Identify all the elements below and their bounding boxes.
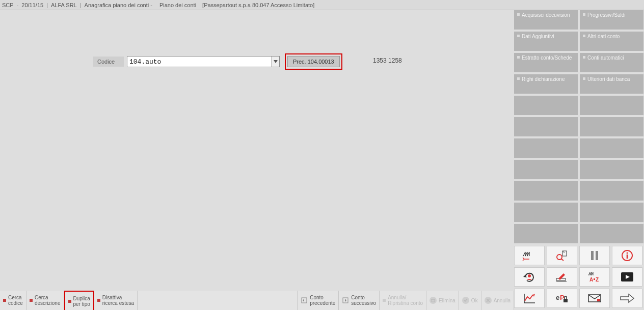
main-area: Codice Prec. 104.00013 1353 1258 bbox=[0, 10, 514, 291]
separator: - bbox=[17, 2, 19, 8]
chart-line-icon[interactable] bbox=[514, 289, 545, 308]
side-btn-empty bbox=[514, 203, 578, 222]
codice-input[interactable] bbox=[127, 58, 271, 66]
ok-button: Ok bbox=[459, 291, 481, 310]
title-date: 20/11/15 bbox=[21, 2, 43, 8]
separator: | bbox=[80, 2, 82, 8]
svg-line-2 bbox=[561, 259, 564, 261]
side-btn-empty bbox=[514, 117, 578, 136]
side-btn-empty bbox=[580, 117, 643, 136]
arrow-right-icon[interactable] bbox=[612, 289, 642, 308]
conto-precedente-button[interactable]: Conto precedente bbox=[298, 291, 339, 310]
side-btn-dati-aggiuntivi[interactable]: Dati Aggiuntivi bbox=[514, 32, 578, 51]
form-row: Codice Prec. 104.00013 bbox=[93, 53, 342, 70]
check-icon bbox=[462, 297, 469, 304]
prec-highlight: Prec. 104.00013 bbox=[285, 53, 342, 70]
cerca-codice-button[interactable]: Cerca codice bbox=[0, 291, 26, 310]
refresh-user-icon[interactable] bbox=[514, 267, 545, 287]
info-icon[interactable] bbox=[612, 246, 642, 265]
bottom-toolbar: Cerca codice Cerca descrizione Duplica p… bbox=[0, 291, 514, 310]
side-btn-empty bbox=[514, 224, 578, 243]
title-bar: SCP - 20/11/15 | ALFA SRL | Anagrafica p… bbox=[0, 0, 644, 10]
ep-lock-icon[interactable]: eP bbox=[547, 289, 577, 308]
pause-icon[interactable] bbox=[579, 246, 610, 265]
side-btn-ulteriori-dati-banca[interactable]: Ulteriori dati banca bbox=[580, 74, 643, 94]
trash-icon bbox=[430, 297, 437, 304]
title-access: [Passepartout s.p.a 80.047 Accesso Limit… bbox=[202, 2, 314, 8]
svg-marker-19 bbox=[533, 294, 535, 297]
svg-marker-26 bbox=[303, 299, 304, 302]
status-numbers: 1353 1258 bbox=[373, 57, 402, 64]
play-video-icon[interactable] bbox=[612, 267, 642, 287]
svg-point-9 bbox=[528, 274, 531, 277]
svg-rect-7 bbox=[627, 255, 628, 259]
svg-text:e: e bbox=[556, 294, 559, 301]
svg-rect-3 bbox=[591, 251, 594, 260]
side-btn-empty bbox=[580, 181, 643, 201]
side-btn-empty bbox=[580, 138, 643, 158]
svg-rect-29 bbox=[432, 299, 435, 302]
elimina-button: Elimina bbox=[426, 291, 459, 310]
page-next-icon bbox=[342, 297, 349, 304]
x-icon bbox=[485, 297, 492, 304]
annulla-ripristina-button: Annulla/ Ripristina conto bbox=[380, 291, 426, 310]
svg-rect-22 bbox=[564, 299, 568, 302]
svg-rect-4 bbox=[596, 251, 598, 260]
search-doc-icon[interactable] bbox=[547, 246, 577, 265]
separator: | bbox=[46, 2, 48, 8]
dropdown-caret-icon[interactable] bbox=[271, 57, 279, 67]
disattiva-ricerca-button[interactable]: Disattiva ricerca estesa bbox=[94, 291, 138, 310]
duplica-highlight: Duplica per tipo bbox=[64, 291, 94, 310]
page-prev-icon bbox=[301, 297, 308, 304]
codice-combobox[interactable] bbox=[127, 56, 280, 67]
side-btn-empty bbox=[514, 138, 578, 158]
factory-az-icon[interactable]: AZ bbox=[579, 267, 610, 287]
prec-button[interactable]: Prec. 104.00013 bbox=[287, 56, 340, 67]
side-btn-empty bbox=[514, 96, 578, 115]
side-btn-empty bbox=[580, 203, 643, 222]
side-btn-estratto-conto[interactable]: Estratto conto/Schede bbox=[514, 53, 578, 72]
side-btn-empty bbox=[514, 160, 578, 179]
title-company: ALFA SRL bbox=[51, 2, 77, 8]
codice-label: Codice bbox=[93, 57, 124, 67]
side-btn-altri-dati-conto[interactable]: Altri dati conto bbox=[580, 32, 643, 51]
svg-text:Z: Z bbox=[596, 277, 599, 283]
duplica-per-tipo-button[interactable]: Duplica per tipo bbox=[65, 292, 93, 310]
svg-rect-24 bbox=[597, 299, 600, 301]
side-btn-empty bbox=[580, 224, 643, 243]
side-btn-progressivi-saldi[interactable]: Progressivi/Saldi bbox=[580, 10, 643, 30]
side-btn-conti-automatici[interactable]: Conti automatici bbox=[580, 53, 643, 72]
right-panel: Acquisisci docuvisionProgressivi/Saldi D… bbox=[514, 10, 644, 310]
side-btn-empty bbox=[580, 96, 643, 115]
side-btn-acquisisci-docuvision[interactable]: Acquisisci docuvision bbox=[514, 10, 578, 30]
toolbar-spacer bbox=[138, 291, 298, 310]
svg-marker-28 bbox=[345, 299, 346, 302]
svg-text:A: A bbox=[589, 277, 593, 283]
title-page: Piano dei conti bbox=[159, 2, 196, 8]
edit-pen-icon[interactable] bbox=[547, 267, 577, 287]
title-section: Anagrafica piano dei conti - bbox=[85, 2, 152, 8]
conto-successivo-button[interactable]: Conto successivo bbox=[339, 291, 380, 310]
side-btn-righi-dichiarazione[interactable]: Righi dichiarazione bbox=[514, 74, 578, 94]
factory-back-icon[interactable] bbox=[514, 246, 545, 265]
cerca-descrizione-button[interactable]: Cerca descrizione bbox=[26, 291, 64, 310]
svg-rect-14 bbox=[594, 278, 595, 280]
annulla-button: Annulla bbox=[481, 291, 514, 310]
title-app: SCP bbox=[2, 2, 14, 8]
side-btn-empty bbox=[580, 160, 643, 179]
mail-icon[interactable] bbox=[579, 289, 610, 308]
svg-point-6 bbox=[627, 252, 628, 254]
side-btn-empty bbox=[514, 181, 578, 201]
